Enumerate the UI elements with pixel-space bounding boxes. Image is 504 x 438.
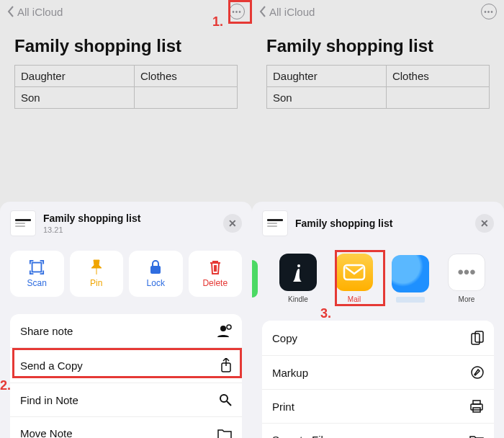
more-icon[interactable]: •••	[481, 4, 497, 19]
option-label: Copy	[272, 332, 297, 344]
copy-icon	[471, 331, 484, 345]
note-table: Daughter Clothes Son	[14, 65, 238, 109]
find-in-note-option[interactable]: Find in Note	[10, 383, 242, 417]
cell[interactable]	[134, 87, 237, 109]
note-thumbnail-icon	[10, 210, 36, 236]
markup-icon	[471, 366, 484, 379]
folder-icon	[469, 434, 484, 439]
close-icon[interactable]: ✕	[475, 214, 494, 233]
cell[interactable]	[386, 87, 489, 109]
option-label: Move Note	[20, 427, 73, 438]
svg-point-2	[220, 326, 226, 331]
option-label: Print	[272, 401, 294, 413]
back-label[interactable]: All iCloud	[269, 6, 481, 18]
move-note-option[interactable]: Move Note	[10, 417, 242, 438]
cell[interactable]: Daughter	[267, 66, 387, 87]
kindle-app[interactable]: Kindle	[276, 254, 320, 303]
print-icon	[469, 400, 484, 413]
note-title: Family shopping list	[14, 36, 238, 56]
trash-icon	[209, 259, 222, 275]
more-label: More	[459, 295, 475, 303]
svg-line-6	[227, 401, 231, 406]
navbar: All iCloud •••	[0, 0, 252, 23]
table-row: Son	[15, 87, 238, 109]
back-chevron-icon[interactable]	[259, 6, 266, 17]
sheet-note-time: 13.21	[43, 225, 223, 234]
partial-app-icon	[252, 260, 258, 298]
folder-icon	[217, 428, 232, 439]
copy-option[interactable]: Copy	[262, 321, 494, 356]
option-list: Copy Markup Print Save to Files	[262, 321, 494, 438]
table-row: Daughter Clothes	[15, 66, 238, 87]
search-icon	[219, 393, 232, 406]
close-icon[interactable]: ✕	[223, 214, 242, 233]
option-label: Send a Copy	[20, 359, 83, 372]
kindle-icon	[279, 254, 317, 291]
cell[interactable]: Daughter	[15, 66, 135, 87]
option-label: Share note	[20, 325, 73, 337]
option-label: Markup	[272, 367, 308, 379]
delete-button[interactable]: Delete	[189, 251, 243, 297]
svg-point-3	[227, 325, 231, 329]
sheet-header: Family shopping list ✕	[252, 202, 504, 242]
delete-label: Delete	[202, 278, 228, 288]
more-app[interactable]: ••• More	[445, 254, 488, 303]
save-to-files-option[interactable]: Save to Files	[262, 424, 494, 438]
send-copy-option[interactable]: Send a Copy	[10, 348, 242, 383]
lock-label: Lock	[147, 278, 165, 288]
qq-app[interactable]	[389, 255, 432, 303]
cell[interactable]: Clothes	[386, 66, 489, 87]
back-label[interactable]: All iCloud	[17, 6, 229, 18]
lock-icon	[149, 259, 162, 275]
svg-rect-1	[150, 266, 161, 274]
right-screenshot: All iCloud ••• Family shopping list Daug…	[252, 0, 504, 438]
note-table: Daughter Clothes Son	[266, 65, 490, 109]
more-apps-icon: •••	[448, 254, 485, 291]
big-button-row: Scan Pin Lock Delete	[0, 242, 252, 301]
back-chevron-icon[interactable]	[7, 6, 14, 17]
share-note-option[interactable]: Share note	[10, 314, 242, 348]
left-screenshot: All iCloud ••• Family shopping list Daug…	[0, 0, 252, 438]
qq-browser-icon	[392, 255, 429, 292]
svg-point-7	[297, 264, 300, 267]
blank-label	[396, 297, 425, 303]
sheet-note-title: Family shopping list	[295, 218, 475, 229]
table-row: Son	[267, 87, 490, 109]
app-partial[interactable]	[258, 260, 264, 298]
action-sheet: Family shopping list 13.21 ✕ Scan Pin	[0, 202, 252, 438]
svg-rect-0	[32, 263, 42, 272]
scan-icon	[29, 259, 45, 275]
navbar: All iCloud •••	[252, 0, 504, 23]
lock-button[interactable]: Lock	[129, 251, 183, 297]
mail-icon	[336, 254, 373, 291]
scan-label: Scan	[27, 278, 47, 288]
pin-icon	[89, 259, 104, 275]
option-label: Find in Note	[20, 394, 78, 406]
pin-label: Pin	[90, 278, 102, 288]
cell[interactable]: Clothes	[134, 66, 237, 87]
sheet-header: Family shopping list 13.21 ✕	[0, 202, 252, 242]
more-icon[interactable]: •••	[229, 4, 245, 19]
sheet-note-title: Family shopping list	[43, 213, 223, 224]
cell[interactable]: Son	[15, 87, 135, 109]
table-row: Daughter Clothes	[267, 66, 490, 87]
option-list: Share note Send a Copy Find in Note Move…	[10, 314, 242, 438]
share-sheet: Family shopping list ✕ Kindle Mail	[252, 202, 504, 438]
svg-point-5	[220, 395, 228, 402]
share-icon	[220, 358, 232, 372]
pin-button[interactable]: Pin	[70, 251, 124, 297]
note-thumbnail-icon	[262, 210, 288, 236]
print-option[interactable]: Print	[262, 390, 494, 424]
markup-option[interactable]: Markup	[262, 356, 494, 390]
note-title: Family shopping list	[266, 36, 490, 56]
svg-rect-13	[473, 401, 480, 404]
scan-button[interactable]: Scan	[10, 251, 64, 297]
people-icon	[217, 324, 232, 337]
app-share-row: Kindle Mail ••• More	[252, 242, 504, 308]
kindle-label: Kindle	[288, 295, 308, 303]
cell[interactable]: Son	[267, 87, 387, 109]
svg-rect-8	[344, 265, 364, 280]
option-label: Save to Files	[272, 434, 335, 438]
mail-label: Mail	[348, 295, 361, 303]
mail-app[interactable]: Mail	[333, 254, 376, 303]
